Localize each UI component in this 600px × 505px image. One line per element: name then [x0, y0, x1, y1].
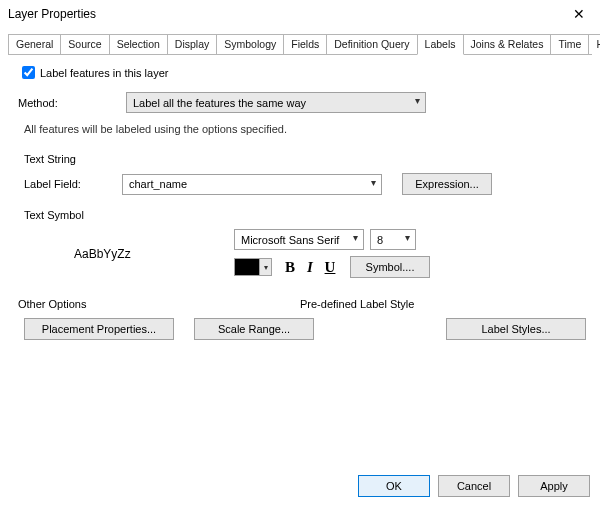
titlebar: Layer Properties ✕ [0, 0, 600, 28]
tab-definition-query[interactable]: Definition Query [326, 34, 417, 54]
apply-button[interactable]: Apply [518, 475, 590, 497]
tab-html-popup[interactable]: HTML Popup [588, 34, 600, 54]
label-field-label: Label Field: [24, 178, 114, 190]
method-description: All features will be labeled using the o… [24, 123, 586, 135]
window-title: Layer Properties [8, 7, 96, 21]
tab-display[interactable]: Display [167, 34, 217, 54]
label-field-select[interactable]: chart_name [122, 174, 382, 195]
ok-button[interactable]: OK [358, 475, 430, 497]
labels-pane: Label features in this layer Method: Lab… [8, 55, 592, 358]
color-dropdown-icon[interactable]: ▾ [260, 258, 272, 276]
tab-joins-relates[interactable]: Joins & Relates [463, 34, 552, 54]
font-size-select[interactable]: 8 [370, 229, 416, 250]
text-string-title: Text String [24, 153, 586, 165]
sample-text: AaBbYyZz [74, 247, 131, 261]
tab-selection[interactable]: Selection [109, 34, 168, 54]
predefined-style-title: Pre-defined Label Style [300, 298, 586, 310]
bold-button[interactable]: B [280, 257, 300, 277]
symbol-button[interactable]: Symbol.... [350, 256, 430, 278]
text-symbol-title: Text Symbol [24, 209, 586, 221]
tab-source[interactable]: Source [60, 34, 109, 54]
tab-strip: General Source Selection Display Symbolo… [8, 34, 592, 55]
tab-time[interactable]: Time [550, 34, 589, 54]
cancel-button[interactable]: Cancel [438, 475, 510, 497]
placement-properties-button[interactable]: Placement Properties... [24, 318, 174, 340]
close-button[interactable]: ✕ [564, 2, 594, 26]
label-features-label: Label features in this layer [40, 67, 168, 79]
tab-labels[interactable]: Labels [417, 34, 464, 55]
tab-general[interactable]: General [8, 34, 61, 54]
expression-button[interactable]: Expression... [402, 173, 492, 195]
color-swatch[interactable] [234, 258, 260, 276]
tab-symbology[interactable]: Symbology [216, 34, 284, 54]
tab-fields[interactable]: Fields [283, 34, 327, 54]
scale-range-button[interactable]: Scale Range... [194, 318, 314, 340]
dialog-buttons: OK Cancel Apply [358, 475, 590, 497]
other-options-title: Other Options [18, 298, 300, 310]
label-styles-button[interactable]: Label Styles... [446, 318, 586, 340]
method-label: Method: [18, 97, 118, 109]
font-select[interactable]: Microsoft Sans Serif [234, 229, 364, 250]
method-select[interactable]: Label all the features the same way [126, 92, 426, 113]
label-features-checkbox[interactable] [22, 66, 35, 79]
italic-button[interactable]: I [300, 257, 320, 277]
underline-button[interactable]: U [320, 257, 340, 277]
